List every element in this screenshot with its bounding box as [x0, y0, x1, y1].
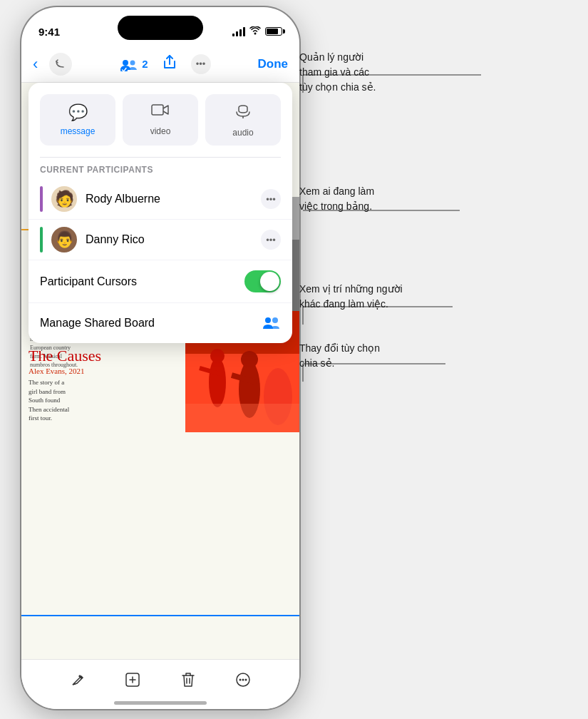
svg-point-35: [239, 678, 242, 680]
signal-bars-icon: [232, 27, 245, 36]
annotations-panel: Quản lý ngườitham gia và cáctùy chọn chi…: [299, 0, 588, 719]
participant-avatar-danny: 👨: [51, 227, 77, 253]
status-time: 9:41: [38, 26, 60, 38]
participant-more-button-rody[interactable]: •••: [261, 189, 281, 209]
svg-point-18: [210, 349, 225, 363]
participant-cursors-label: Participant Cursors: [40, 275, 244, 288]
participants-button[interactable]: 2: [119, 57, 148, 71]
svg-point-27: [265, 317, 271, 323]
manage-shared-board-icon: [261, 313, 281, 333]
participant-more-button-danny[interactable]: •••: [261, 230, 281, 250]
participants-count: 2: [142, 58, 148, 70]
causes-description: The story of agirl band fromSouth foundT…: [29, 378, 101, 423]
quick-actions-row: 💬 message video: [29, 83, 292, 157]
annotation-4: Thay đổi tùy chọnchia sẻ.: [299, 341, 581, 371]
participants-icon: [119, 57, 139, 71]
participant-cursors-toggle-row: Participant Cursors: [29, 260, 292, 303]
svg-point-28: [272, 317, 278, 323]
svg-rect-25: [152, 105, 163, 115]
message-action-button[interactable]: 💬 message: [40, 94, 115, 146]
manage-shared-board-row[interactable]: Manage Shared Board: [29, 303, 292, 343]
phone-frame: 9:41 ‹: [21, 7, 299, 709]
svg-point-21: [241, 351, 258, 368]
dropdown-panel: 💬 message video: [29, 83, 292, 343]
participant-item-rody[interactable]: 🧑 Rody Albuerne •••: [29, 179, 292, 220]
back-button[interactable]: ‹: [33, 55, 38, 73]
participants-section-header: CURRENT PARTICIPANTS: [29, 158, 292, 179]
participant-indicator-danny: [40, 227, 43, 253]
svg-point-37: [245, 678, 247, 680]
message-label: message: [61, 126, 96, 136]
battery-icon: [265, 27, 282, 36]
wifi-icon: [249, 26, 261, 37]
toggle-knob: [260, 272, 279, 291]
manage-shared-board-label: Manage Shared Board: [40, 317, 261, 330]
add-element-button[interactable]: [120, 667, 145, 693]
share-button[interactable]: [163, 54, 177, 73]
status-icons: [232, 26, 282, 37]
delete-button[interactable]: [175, 667, 201, 693]
participant-item-danny[interactable]: 👨 Danny Rico •••: [29, 220, 292, 260]
toolbar-left: ‹: [33, 53, 72, 76]
annotation-1: Quản lý ngườitham gia và cáctùy chọn chi…: [299, 50, 581, 95]
video-label: video: [150, 126, 171, 136]
canvas-causes-section: The Causes Alex Evans, 2021 The story of…: [29, 347, 101, 423]
svg-point-1: [123, 60, 128, 66]
participant-avatar-rody: 🧑: [51, 186, 77, 212]
pen-tool-button[interactable]: [65, 667, 91, 693]
undo-button[interactable]: [49, 53, 72, 76]
svg-point-17: [209, 357, 226, 407]
participant-name-rody: Rody Albuerne: [86, 193, 252, 205]
audio-icon: [234, 102, 252, 123]
home-indicator: [114, 701, 207, 705]
done-button[interactable]: Done: [257, 57, 288, 71]
svg-point-0: [254, 33, 257, 35]
annotation-2: Xem ai đang làmviệc trong bảng.: [299, 184, 581, 214]
video-icon: [151, 103, 170, 122]
top-toolbar: ‹ 2: [21, 46, 299, 83]
svg-point-2: [130, 60, 135, 65]
participant-name-danny: Danny Rico: [86, 233, 252, 246]
toolbar-center: 2 •••: [119, 54, 210, 74]
dynamic-island: [118, 16, 203, 40]
participant-cursors-toggle[interactable]: [244, 270, 281, 292]
more-options-button[interactable]: [230, 667, 256, 693]
more-button[interactable]: •••: [191, 54, 211, 74]
message-icon: 💬: [68, 103, 88, 122]
causes-title: The Causes: [29, 347, 101, 365]
blue-divider-line: [21, 615, 299, 616]
annotation-3: Xem vị trí những ngườikhác đang làm việc…: [299, 282, 581, 312]
video-action-button[interactable]: video: [123, 94, 198, 146]
participant-indicator-rody: [40, 186, 43, 212]
audio-action-button[interactable]: audio: [205, 94, 281, 146]
svg-rect-24: [185, 404, 299, 432]
svg-point-36: [242, 678, 244, 680]
audio-label: audio: [232, 128, 253, 138]
